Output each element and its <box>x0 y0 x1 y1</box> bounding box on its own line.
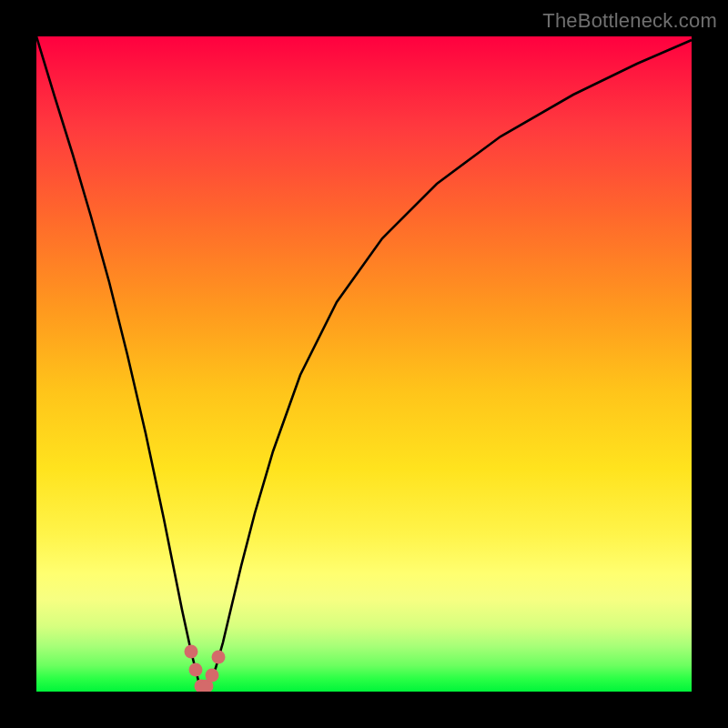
curve-layer <box>36 36 692 692</box>
critical-markers <box>185 645 226 693</box>
plot-area <box>36 36 692 692</box>
bottleneck-curve <box>36 36 692 688</box>
critical-point <box>212 651 226 664</box>
critical-point <box>206 669 219 682</box>
critical-point <box>189 663 203 677</box>
chart-frame: TheBottleneck.com <box>0 0 728 728</box>
critical-point <box>185 645 198 659</box>
watermark-text: TheBottleneck.com <box>542 9 717 33</box>
